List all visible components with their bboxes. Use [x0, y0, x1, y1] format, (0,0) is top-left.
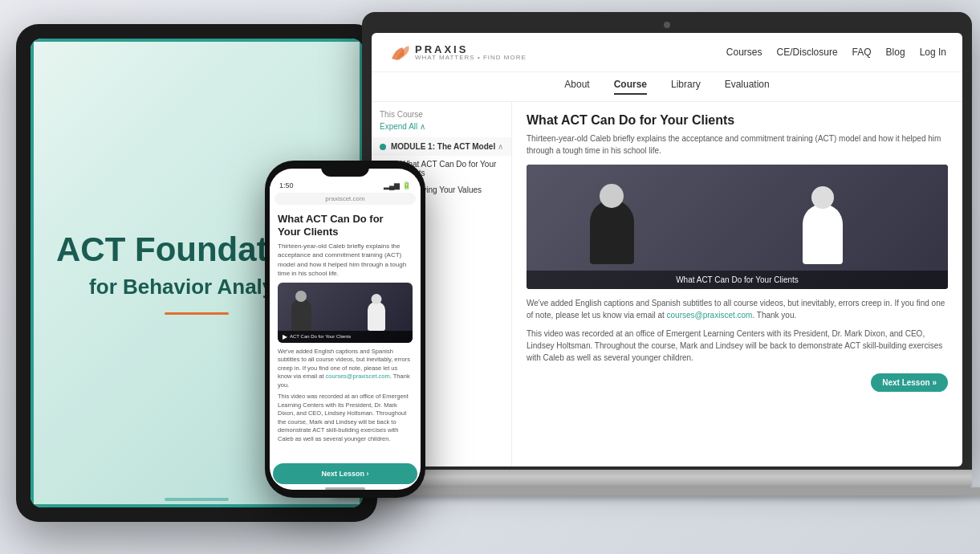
nav-library[interactable]: Library: [671, 79, 701, 95]
phone-body-1: We've added English captions and Spanish…: [278, 348, 413, 390]
module-chevron: ∧: [498, 142, 503, 151]
laptop-nav-top: PRAXIS WHAT MATTERS • FIND MORE Courses …: [372, 33, 962, 72]
phone-video-play-icon: ▶: [283, 333, 287, 340]
nav-course[interactable]: Course: [614, 79, 647, 95]
video-caption: What ACT Can Do for Your Clients: [527, 271, 948, 289]
phone-description: Thirteen-year-old Caleb briefly explains…: [278, 242, 413, 278]
laptop-device: PRAXIS WHAT MATTERS • FIND MORE Courses …: [362, 12, 972, 502]
module-dot: [380, 144, 386, 150]
phone-video-controls: ▶ ACT Can Do for Your Clients: [278, 331, 413, 343]
main-video-title: What ACT Can Do for Your Clients: [527, 113, 948, 128]
phone-email-link[interactable]: courses@praxiscet.com: [326, 373, 390, 380]
phone-device: 1:50 ▂▄▆ 🔋 praxiscet.com What ACT Can Do…: [265, 161, 425, 498]
nav-courses[interactable]: Courses: [726, 47, 762, 58]
phone-body-2: This video was recorded at an office of …: [278, 393, 413, 443]
laptop-base: [362, 470, 972, 487]
laptop-next-lesson-button[interactable]: Next Lesson »: [871, 373, 948, 392]
sidebar-this-course: This Course: [372, 110, 511, 122]
phone-home-indicator: [325, 487, 365, 490]
tablet-divider: [165, 312, 229, 315]
module-title: MODULE 1: The ACT Model: [391, 142, 498, 151]
phone-video-person-2: [368, 302, 385, 331]
email-link[interactable]: courses@praxiscet.com: [667, 311, 753, 320]
phone-next-lesson-button[interactable]: Next Lesson ›: [273, 463, 417, 484]
phone-content: What ACT Can Do for Your Clients Thirtee…: [270, 206, 421, 457]
laptop-camera: [664, 22, 670, 28]
phone-status-bar: 1:50 ▂▄▆ 🔋: [270, 178, 421, 191]
phone-video-label: ACT Can Do for Your Clients: [290, 334, 351, 339]
laptop-logo: PRAXIS WHAT MATTERS • FIND MORE: [388, 41, 527, 63]
nav-cedisclosure[interactable]: CE/Disclosure: [777, 47, 838, 58]
phone-title: What ACT Can Do for Your Clients: [278, 213, 413, 238]
main-body-1: We've added English captions and Spanish…: [527, 297, 948, 321]
laptop-foot: [331, 487, 980, 495]
nav-blog[interactable]: Blog: [886, 47, 905, 58]
tablet-border-left: [30, 39, 34, 507]
phone-signal: ▂▄▆ 🔋: [384, 181, 411, 189]
laptop-nav-secondary: About Course Library Evaluation: [372, 72, 962, 102]
nav-faq[interactable]: FAQ: [852, 47, 872, 58]
laptop-body: PRAXIS WHAT MATTERS • FIND MORE Courses …: [362, 12, 972, 470]
nav-evaluation[interactable]: Evaluation: [725, 79, 770, 95]
laptop-screen: PRAXIS WHAT MATTERS • FIND MORE Courses …: [372, 33, 962, 466]
laptop-nav-links: Courses CE/Disclosure FAQ Blog Log In: [726, 47, 946, 58]
phone-video[interactable]: ▶ ACT Can Do for Your Clients: [278, 283, 413, 343]
sidebar-module[interactable]: MODULE 1: The ACT Model ∧: [372, 137, 511, 156]
phone-screen: 1:50 ▂▄▆ 🔋 praxiscet.com What ACT Can Do…: [270, 169, 421, 490]
nav-about[interactable]: About: [564, 79, 589, 95]
sidebar-expand[interactable]: Expend All ∧: [372, 122, 511, 137]
video-person-1: [590, 200, 634, 264]
laptop-content-area: This Course Expend All ∧ MODULE 1: The A…: [372, 102, 962, 466]
laptop-main-content: What ACT Can Do for Your Clients Thirtee…: [512, 102, 962, 466]
praxis-logo-icon: [388, 41, 410, 63]
logo-sub: WHAT MATTERS • FIND MORE: [415, 54, 527, 61]
main-description: Thirteen-year-old Caleb briefly explains…: [527, 132, 948, 157]
phone-time: 1:50: [279, 181, 294, 189]
phone-video-person-1: [291, 299, 311, 331]
tablet-home-indicator: [165, 498, 229, 501]
laptop-video-thumbnail[interactable]: What ACT Can Do for Your Clients: [527, 165, 948, 289]
phone-url-bar[interactable]: praxiscet.com: [274, 193, 416, 205]
main-body-2: This video was recorded at an office of …: [527, 328, 948, 364]
video-person-2: [803, 204, 843, 264]
nav-login[interactable]: Log In: [920, 47, 946, 58]
phone-notch: [321, 161, 369, 177]
